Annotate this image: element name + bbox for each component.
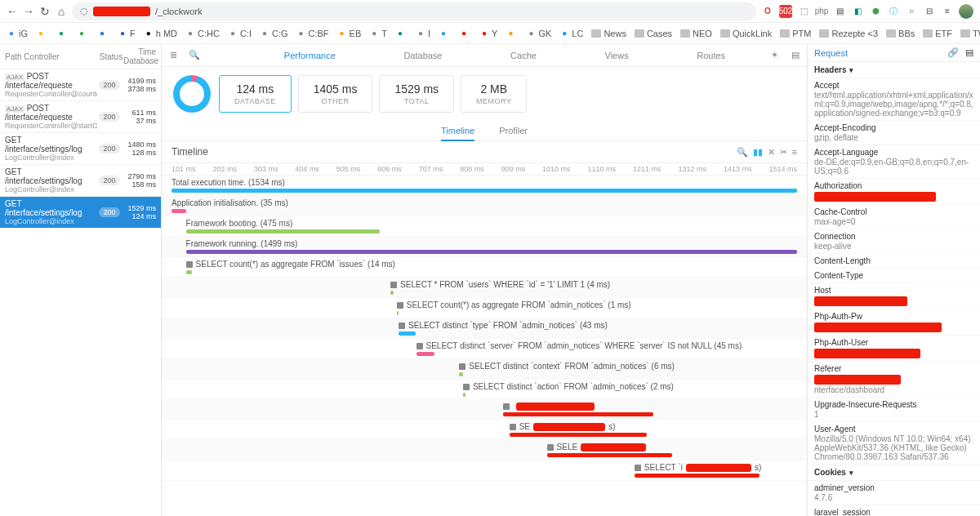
metric-card: 1529 msTOTAL (379, 75, 454, 113)
tl-bars-icon[interactable]: ▮▮ (753, 147, 763, 158)
subtab-profiler[interactable]: Profiler (499, 121, 528, 140)
ruler-tick: 606 ms (377, 165, 402, 173)
cookies-section[interactable]: Cookies▾ (808, 465, 980, 481)
tab-cache[interactable]: Cache (504, 51, 543, 60)
ext-icon-3[interactable]: ◧ (851, 5, 864, 18)
bookmark-item[interactable]: ●C:HC (185, 29, 220, 38)
bookmark-item[interactable]: ●GK (526, 29, 551, 38)
bookmark-item[interactable]: ●I (416, 29, 430, 38)
ruler-tick: 707 ms (419, 165, 443, 173)
opera-icon[interactable]: O (761, 5, 774, 18)
header-row: Referernterface/dashboard (808, 362, 980, 398)
timeline-row: SELECT distinct `type` FROM `admin_notic… (162, 318, 807, 339)
back-icon[interactable]: ← (7, 6, 18, 17)
tab-request[interactable]: Request (814, 48, 848, 58)
bookmark-item[interactable]: ●iG (7, 29, 28, 38)
ext-icon-7[interactable]: ⊟ (923, 5, 936, 18)
bookmark-item[interactable]: ●EB (337, 29, 362, 38)
bookmark-item[interactable]: ●h MD (144, 29, 177, 38)
ruler-tick: 1312 ms (678, 165, 706, 173)
metrics-row: 124 msDATABASE1405 msOTHER1529 msTOTAL2 … (162, 67, 807, 121)
bookmark-item[interactable]: ● (56, 29, 69, 38)
tab-database[interactable]: Database (397, 51, 448, 60)
tl-scissors-icon[interactable]: ✂ (780, 147, 787, 158)
headers-section[interactable]: Headers▾ (808, 62, 980, 78)
perf-subtabs: Timeline Profiler (162, 121, 807, 141)
bookmark-item[interactable]: ● (77, 29, 89, 38)
avatar[interactable] (959, 4, 973, 19)
database-icon (399, 322, 405, 329)
subtab-timeline[interactable]: Timeline (441, 121, 474, 140)
url-path: /_clockwork (155, 7, 202, 16)
timeline-row: SELECT distinct `action` FROM `admin_not… (162, 380, 807, 400)
forward-icon[interactable]: → (23, 6, 34, 17)
clockwork-app: Path Controller Status Time Database AJA… (0, 44, 980, 516)
panel-icon[interactable]: ▤ (789, 49, 802, 62)
request-row[interactable]: GET /interface/settings/logLogController… (0, 133, 161, 165)
tab-performance[interactable]: Performance (278, 51, 342, 60)
ruler-tick: 1010 ms (542, 165, 571, 173)
timeline-ruler: 101 ms202 ms303 ms404 ms505 ms606 ms707 … (162, 163, 807, 176)
ext-icon-4[interactable]: ⬢ (869, 5, 882, 18)
close-panel-icon[interactable]: ▤ (965, 47, 973, 58)
reload-icon[interactable]: ↻ (39, 6, 51, 17)
bookmark-item[interactable]: PTM (780, 29, 811, 38)
bookmark-item[interactable]: ●LC (559, 29, 583, 38)
bookmark-item[interactable]: QuickLink (720, 29, 772, 38)
list-icon[interactable]: ≣ (167, 49, 180, 62)
ext-icon-6[interactable]: ○ (905, 5, 918, 18)
tl-search-icon[interactable]: 🔍 (737, 147, 748, 158)
cookie-row: adminer_version4.7.6 (808, 481, 980, 505)
request-row[interactable]: GET /interface/settings/logLogController… (0, 197, 161, 229)
bookmark-item[interactable]: Cases (635, 29, 672, 38)
home-icon[interactable]: ⌂ (56, 6, 67, 17)
tab-views[interactable]: Views (599, 51, 635, 60)
ruler-tick: 1413 ms (724, 165, 752, 173)
adblock-badge[interactable]: 502 (779, 5, 792, 18)
search-icon[interactable]: 🔍 (188, 49, 201, 62)
header-row: Authorization (808, 179, 980, 205)
request-row[interactable]: AJAX POST /interface/requesteRequesterCo… (0, 101, 161, 133)
request-row[interactable]: AJAX POST /interface/requesteRequesterCo… (0, 69, 161, 101)
bookmark-item[interactable]: ●C:G (260, 29, 288, 38)
bookmark-item[interactable]: Rezepte <3 (819, 29, 878, 38)
search-input[interactable] (209, 51, 242, 60)
tab-routes[interactable]: Routes (690, 51, 732, 60)
php-ext-icon[interactable]: php (815, 5, 828, 18)
bookmark-item[interactable]: ●Y (479, 29, 497, 38)
database-icon (416, 343, 423, 349)
tl-list-icon[interactable]: ≡ (792, 147, 797, 158)
bookmark-item[interactable]: ● (506, 29, 518, 38)
bookmark-item[interactable]: ● (395, 29, 408, 38)
menu-icon[interactable]: ≡ (941, 5, 954, 18)
ext-icon-2[interactable]: ▤ (833, 5, 846, 18)
link-icon[interactable]: 🔗 (947, 47, 959, 58)
bookmark-item[interactable]: BBs (886, 29, 915, 38)
header-row: Connectionkeep-alive (808, 229, 980, 254)
database-icon (635, 465, 641, 471)
ext-icon-5[interactable]: ⓘ (887, 5, 900, 18)
bookmark-item[interactable]: ● (459, 29, 471, 38)
bookmark-item[interactable]: ● (36, 29, 48, 38)
bookmark-item[interactable]: NEO (680, 29, 712, 38)
bookmark-item[interactable]: ●C:I (228, 29, 252, 38)
bookmark-item[interactable]: ETF (923, 29, 952, 38)
site-info-icon[interactable]: ◌ (80, 6, 88, 16)
timeline-row: SELE (162, 440, 807, 460)
bookmark-item[interactable]: ●F (118, 29, 136, 38)
bookmark-item[interactable]: ●C:BF (296, 29, 329, 38)
url-bar[interactable]: ◌ /_clockwork (72, 2, 756, 20)
bookmark-item[interactable]: ●T (369, 29, 387, 38)
request-row[interactable]: GET /interface/settings/logLogController… (0, 165, 161, 197)
bookmark-item[interactable]: News (591, 29, 626, 38)
header-row: Accept-Languagede-DE,de;q=0.9,en-GB;q=0.… (808, 145, 980, 179)
expand-icon[interactable]: ✶ (768, 49, 781, 62)
bookmark-item[interactable]: TWLs (960, 29, 980, 38)
ext-icon-1[interactable]: ⬚ (797, 5, 810, 18)
bookmark-item[interactable]: ● (97, 29, 109, 38)
bookmark-item[interactable]: ● (439, 29, 451, 38)
ruler-tick: 1514 ms (768, 165, 797, 173)
database-icon (547, 444, 554, 451)
database-icon (503, 403, 510, 410)
tl-close-icon[interactable]: ✕ (768, 147, 775, 158)
